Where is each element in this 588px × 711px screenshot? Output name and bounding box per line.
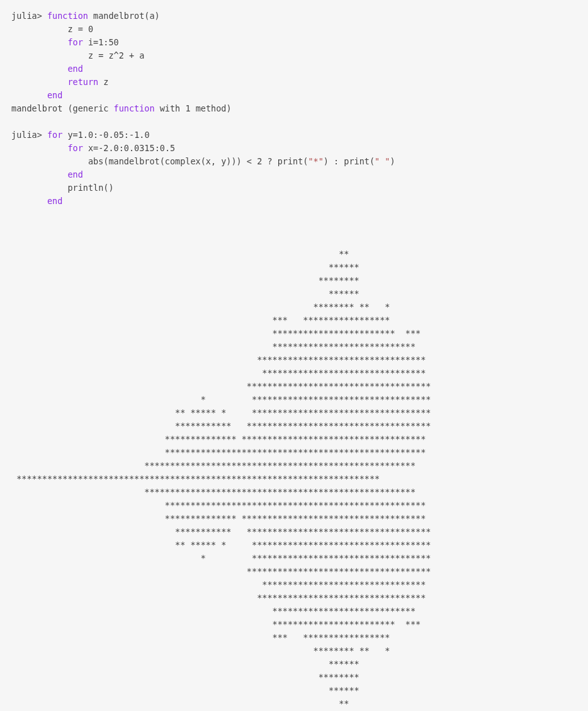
code-line: z = — [11, 24, 88, 34]
indent — [11, 143, 67, 153]
indent — [11, 169, 67, 179]
number-literal: 0.0315 — [124, 143, 155, 153]
indent — [11, 64, 67, 74]
code-rest: + a — [124, 50, 145, 60]
code-block-1: julia> function mandelbrot(a) z = 0 for … — [11, 9, 577, 208]
code-line: println() — [11, 183, 114, 193]
keyword-end: end — [67, 169, 82, 179]
code-line: z = z^ — [11, 50, 119, 60]
loop-var: x=- — [83, 143, 104, 153]
number-literal: 1.0 — [134, 130, 149, 140]
number-literal: 2 — [119, 50, 124, 60]
keyword-for: for — [67, 143, 82, 153]
string-literal: " " — [375, 156, 390, 166]
indent — [11, 90, 47, 100]
code-line: ? print( — [262, 156, 308, 166]
colon: :- — [124, 130, 134, 140]
prompt: julia> — [11, 11, 47, 21]
number-literal: 1.0 — [78, 130, 93, 140]
keyword-return: return — [67, 77, 98, 87]
colon: :- — [93, 130, 103, 140]
keyword-end: end — [47, 90, 62, 100]
number-literal: 0 — [88, 24, 93, 34]
loop-var: y= — [62, 130, 77, 140]
indent — [11, 37, 67, 47]
keyword-end: end — [47, 196, 62, 206]
code-line: ) : print( — [324, 156, 375, 166]
keyword-end: end — [67, 64, 82, 74]
number-literal: 50 — [108, 37, 118, 47]
number-literal: 0.5 — [160, 143, 175, 153]
keyword-for: for — [47, 130, 62, 140]
keyword-for: for — [67, 37, 82, 47]
repl-output: mandelbrot (generic — [11, 103, 114, 113]
number-literal: 2.0 — [103, 143, 118, 153]
number-literal: 1 — [185, 103, 190, 113]
indent — [11, 77, 67, 87]
colon: : — [119, 143, 124, 153]
return-expr: z — [98, 77, 108, 87]
colon: : — [155, 143, 160, 153]
repl-output: method) — [191, 103, 232, 113]
code-line: ) — [390, 156, 395, 166]
mandelbrot-output: ** ****** ******** — [11, 208, 577, 711]
keyword-function: function — [114, 103, 155, 113]
repl-output: with — [155, 103, 186, 113]
number-literal: 0.05 — [103, 130, 124, 140]
keyword-function: function — [47, 11, 88, 21]
func-signature: mandelbrot(a) — [88, 11, 160, 21]
code-line: abs(mandelbrot(complex(x, y))) < — [11, 156, 257, 166]
repl-session: julia> function mandelbrot(a) z = 0 for … — [0, 0, 588, 711]
prompt: julia> — [11, 130, 47, 140]
indent — [11, 196, 47, 206]
string-literal: "*" — [308, 156, 323, 166]
loop-var: i= — [83, 37, 98, 47]
